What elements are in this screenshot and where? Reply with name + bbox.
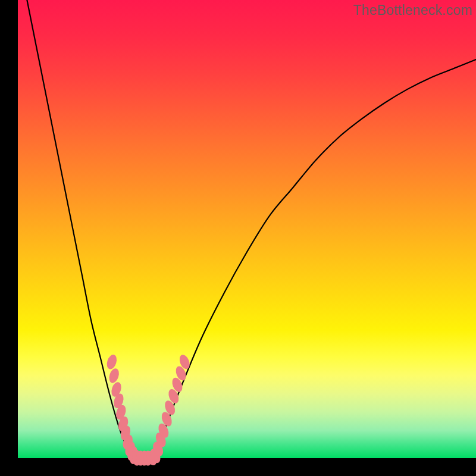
plot-area: TheBottleneck.com — [18, 0, 476, 458]
curve-svg — [18, 0, 476, 458]
bottleneck-curve — [27, 0, 476, 460]
data-marker — [105, 353, 118, 371]
chart-frame: TheBottleneck.com — [0, 0, 476, 476]
data-marker — [108, 367, 121, 384]
